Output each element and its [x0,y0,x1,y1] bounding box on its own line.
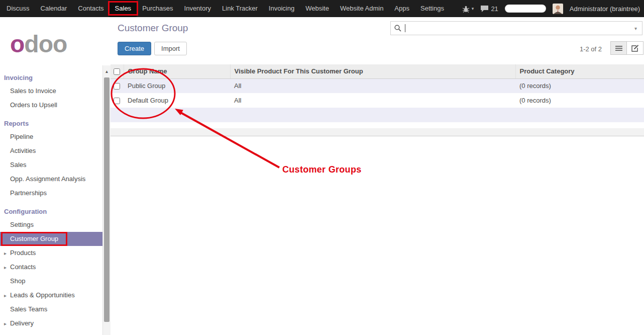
table-footer-strip [111,128,644,136]
sidebar-item-label: Sales Teams [10,305,47,313]
sidebar-item-products[interactable]: ▸Products [0,246,102,260]
odoo-logo[interactable]: odoo [10,30,102,58]
sidebar-item-label: Contacts [10,263,36,271]
main-content: Customer Group ▾ Create Import 1-2 of 2 [111,17,644,335]
sidebar-item-label: Pipeline [10,133,33,140]
import-button[interactable]: Import [154,42,187,55]
sidebar-item-pipeline[interactable]: Pipeline [0,130,102,144]
top-menubar: Discuss Calendar Contacts Sales Purchase… [0,0,644,17]
menu-invoicing[interactable]: Invoicing [263,0,300,17]
menu-website[interactable]: Website [300,0,335,17]
cell-product-category: (0 records) [515,93,644,108]
cell-group-name: Default Group [124,93,230,108]
search-icon [394,24,402,32]
sidebar-item-contacts[interactable]: ▸Contacts [0,260,102,274]
cell-visible-product: All [230,78,515,93]
page-title: Customer Group [118,23,188,34]
sidebar-section-reports: Reports [0,117,102,130]
empty-row [111,108,644,122]
cell-group-name: Public Group [124,78,230,93]
scrollbar-thumb[interactable] [104,77,110,322]
sidebar-section-invoicing: Invoicing [0,71,102,84]
search-dropdown-icon[interactable]: ▾ [632,26,639,31]
menu-contacts[interactable]: Contacts [72,0,109,17]
sidebar-item-opp-assignment-analysis[interactable]: Opp. Assignment Analysis [0,172,102,186]
sidebar-item-customer-group[interactable]: Customer Group [0,232,102,246]
bug-icon [462,5,470,13]
menu-settings[interactable]: Settings [415,0,450,17]
sidebar-item-shop[interactable]: Shop [0,274,102,288]
expand-arrow-icon: ▸ [4,317,10,331]
expand-arrow-icon: ▸ [4,261,10,275]
sidebar: odoo Invoicing Sales to Invoice Orders t… [0,17,102,335]
sidebar-item-label: Shop [10,277,25,285]
sidebar-section-configuration: Configuration [0,205,102,218]
menu-sales[interactable]: Sales [110,0,137,17]
sidebar-item-settings[interactable]: Settings [0,218,102,232]
row-select-cell [111,78,124,93]
sidebar-nav: Invoicing Sales to Invoice Orders to Ups… [0,71,102,330]
sidebar-item-label: Products [10,249,36,257]
list-icon [615,45,622,51]
sidebar-item-orders-to-upsell[interactable]: Orders to Upsell [0,98,102,112]
view-switcher [610,41,643,55]
messages-count: 21 [491,5,498,13]
pager: 1-2 of 2 [580,45,602,53]
expand-arrow-icon: ▸ [4,289,10,303]
create-button[interactable]: Create [118,42,151,55]
column-header-group-name[interactable]: Group Name [124,64,230,78]
sidebar-item-label: Delivery [10,319,34,327]
logo-letters: doo [24,31,67,57]
sidebar-item-label: Sales to Invoice [10,87,56,95]
cell-visible-product: All [230,93,515,108]
select-all-cell [111,64,124,78]
customer-group-table: Group Name Visible Product For This Cust… [111,64,644,136]
sidebar-item-label: Partnerships [10,189,47,197]
chat-bubble-icon [480,5,489,13]
app-menu: Discuss Calendar Contacts Sales Purchase… [0,0,450,17]
select-all-checkbox[interactable] [114,68,120,75]
table-header-row: Group Name Visible Product For This Cust… [111,64,644,78]
row-checkbox[interactable] [114,83,120,90]
menu-calendar[interactable]: Calendar [35,0,73,17]
menu-website-admin[interactable]: Website Admin [335,0,389,17]
user-menu[interactable]: Administrator (braintree) [570,5,640,13]
menu-purchases[interactable]: Purchases [137,0,178,17]
avatar-image [553,4,563,14]
avatar[interactable] [553,4,563,14]
search-input[interactable] [406,25,632,32]
sidebar-item-partnerships[interactable]: Partnerships [0,186,102,200]
row-checkbox[interactable] [114,98,120,104]
sidebar-item-activities[interactable]: Activities [0,144,102,158]
sidebar-item-label: Opp. Assignment Analysis [10,175,85,183]
search-bar[interactable]: ▾ [390,21,642,35]
messages-indicator[interactable]: 21 [480,5,498,13]
column-header-visible-product[interactable]: Visible Product For This Customer Group [230,64,515,78]
list-view-button[interactable] [610,41,627,55]
row-select-cell [111,93,124,108]
debug-menu[interactable]: ▾ [462,5,474,13]
logo-letter-accent: o [10,31,24,57]
status-pill [505,5,546,13]
menu-discuss[interactable]: Discuss [1,0,35,17]
menu-apps[interactable]: Apps [389,0,415,17]
sidebar-item-label: Settings [10,221,34,228]
sidebar-item-sales[interactable]: Sales [0,158,102,172]
sidebar-item-label: Customer Group [10,235,58,242]
topbar-right: ▾ 21 Administrator (braintree) [462,4,644,14]
sidebar-item-sales-teams[interactable]: Sales Teams [0,302,102,316]
text-cursor [405,24,405,32]
table-row[interactable]: Public Group All (0 records) [111,78,644,93]
column-header-product-category[interactable]: Product Category [515,64,644,78]
table-row[interactable]: Default Group All (0 records) [111,93,644,108]
form-view-button[interactable] [627,41,643,55]
expand-arrow-icon: ▸ [4,246,10,261]
scrollbar-up-icon[interactable]: ▲ [103,69,111,74]
sidebar-item-leads-opportunities[interactable]: ▸Leads & Opportunities [0,288,102,302]
menu-inventory[interactable]: Inventory [179,0,217,17]
menu-link-tracker[interactable]: Link Tracker [217,0,263,17]
sidebar-scrollbar[interactable]: ▲ [102,65,111,335]
edit-form-icon [631,45,639,52]
sidebar-item-delivery[interactable]: ▸Delivery [0,316,102,330]
sidebar-item-sales-to-invoice[interactable]: Sales to Invoice [0,84,102,98]
